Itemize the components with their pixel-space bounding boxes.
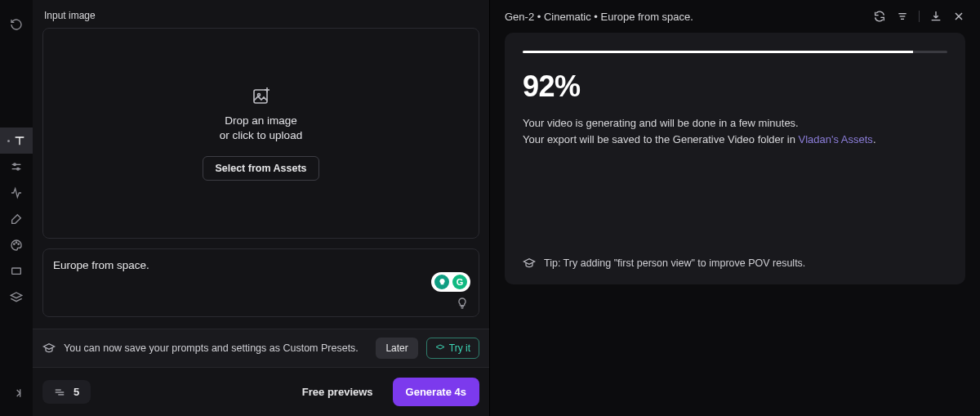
generate-button[interactable]: Generate 4s xyxy=(393,378,479,406)
select-from-assets-button[interactable]: Select from Assets xyxy=(203,156,318,181)
svg-rect-10 xyxy=(254,90,267,103)
separator xyxy=(919,11,920,22)
grammarly-icon: G xyxy=(452,275,467,289)
progress-bar xyxy=(523,51,947,53)
svg-rect-7 xyxy=(12,268,21,274)
graduation-cap-icon xyxy=(523,257,536,270)
output-header: Gen-2 • Cinematic • Europe from space. xyxy=(505,10,965,23)
tip-text: Tip: Try adding "first person view" to i… xyxy=(544,257,805,269)
image-upload-icon xyxy=(252,86,271,105)
output-title: Gen-2 • Cinematic • Europe from space. xyxy=(505,11,863,23)
output-panel: Gen-2 • Cinematic • Europe from space. 9… xyxy=(490,0,980,416)
grammarly-widget[interactable]: G xyxy=(431,272,470,292)
generation-progress-card: 92% Your video is generating and will be… xyxy=(505,33,965,284)
svg-point-4 xyxy=(14,244,15,244)
prompt-input[interactable]: Europe from space. G xyxy=(42,248,479,317)
notice-text: You can now save your prompts and settin… xyxy=(64,342,368,354)
sidebar-item-sliders[interactable] xyxy=(0,154,33,180)
sidebar-item-layers[interactable] xyxy=(0,284,33,311)
svg-marker-8 xyxy=(11,293,21,298)
assets-link[interactable]: Vladan's Assets xyxy=(799,133,873,145)
sidebar xyxy=(0,0,33,416)
progress-fill xyxy=(523,51,913,53)
reset-icon[interactable] xyxy=(0,11,33,38)
graduation-cap-icon xyxy=(42,342,56,355)
action-bar: 5 Free previews Generate 4s xyxy=(33,368,489,416)
tip-row: Tip: Try adding "first person view" to i… xyxy=(523,257,947,270)
custom-presets-notice: You can now save your prompts and settin… xyxy=(33,329,489,368)
seed-selector[interactable]: 5 xyxy=(42,380,91,404)
download-icon[interactable] xyxy=(929,10,942,23)
sidebar-item-motion[interactable] xyxy=(0,180,33,206)
dropzone-text: Drop an image or click to upload xyxy=(220,114,302,143)
image-dropzone[interactable]: Drop an image or click to upload Select … xyxy=(42,28,479,239)
sidebar-item-palette[interactable] xyxy=(0,232,33,258)
input-panel: Input image Drop an image or click to up… xyxy=(33,0,490,416)
sidebar-item-text[interactable] xyxy=(0,127,33,154)
queue-icon[interactable] xyxy=(896,10,909,23)
prompt-tips-icon[interactable] xyxy=(456,297,469,310)
free-previews-button[interactable]: Free previews xyxy=(291,378,385,405)
collapse-sidebar-icon[interactable] xyxy=(0,380,33,406)
sidebar-item-brush[interactable] xyxy=(0,206,33,232)
seed-value: 5 xyxy=(74,386,79,398)
status-line-2: Your export will be saved to the Generat… xyxy=(523,132,947,148)
input-image-label: Input image xyxy=(33,0,489,28)
later-button[interactable]: Later xyxy=(376,338,417,359)
suggestion-icon xyxy=(434,275,449,289)
refresh-icon[interactable] xyxy=(873,10,886,23)
progress-percent: 92% xyxy=(523,69,947,104)
status-line-1: Your video is generating and will be don… xyxy=(523,115,947,132)
svg-point-6 xyxy=(18,244,19,244)
try-it-button[interactable]: Try it xyxy=(426,338,479,359)
sidebar-item-display[interactable] xyxy=(0,258,33,284)
close-icon[interactable] xyxy=(952,10,965,23)
svg-point-5 xyxy=(16,242,16,243)
prompt-text: Europe from space. xyxy=(53,259,149,271)
